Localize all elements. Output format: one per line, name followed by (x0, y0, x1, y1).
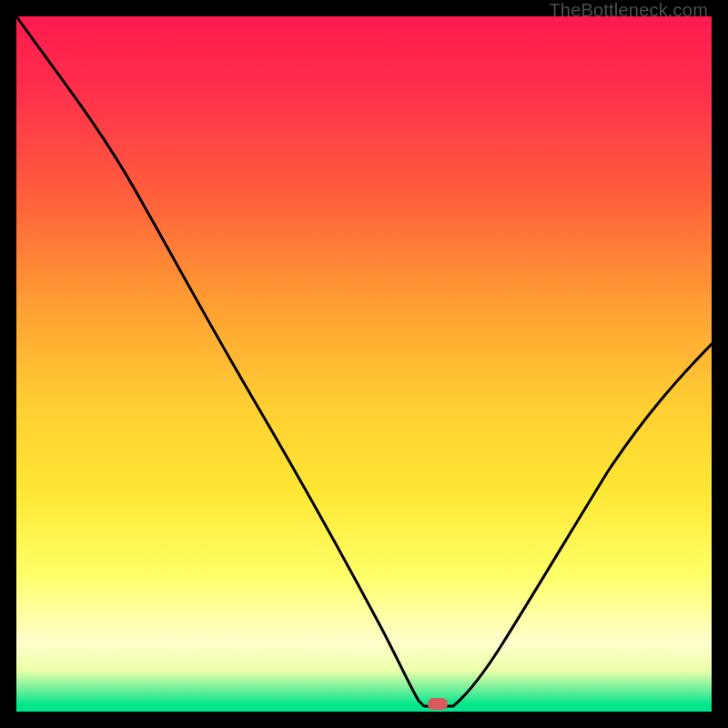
plot-area (16, 16, 712, 712)
chart-frame: TheBottleneck.com (0, 0, 728, 728)
watermark-label: TheBottleneck.com (549, 0, 708, 21)
bottleneck-curve (16, 16, 712, 706)
optimal-marker (428, 698, 448, 710)
curve-layer (16, 16, 712, 712)
